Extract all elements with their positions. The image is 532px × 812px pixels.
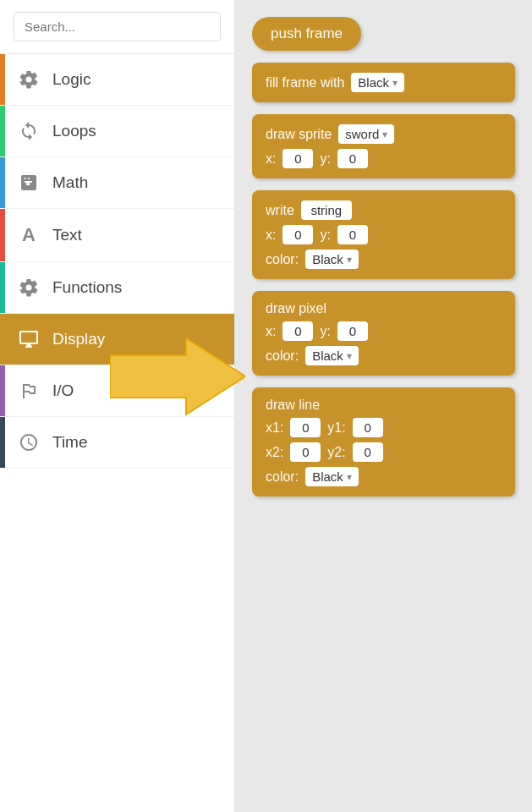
draw-pixel-y-input[interactable]: 0 (337, 321, 368, 341)
loops-icon (14, 121, 44, 141)
draw-sprite-y-label: y: (320, 151, 330, 167)
draw-sprite-label: draw sprite (266, 127, 332, 142)
sidebar-item-label-logic: Logic (52, 70, 90, 89)
draw-sprite-block: draw sprite sword x: 0 y: 0 (252, 114, 515, 178)
draw-sprite-dropdown[interactable]: sword (338, 124, 394, 144)
push-frame-block: push frame (252, 17, 515, 51)
main-content: push frame fill frame with Black draw sp… (235, 0, 532, 812)
search-container (0, 0, 234, 54)
sidebar-item-label-io: I/O (52, 381, 74, 400)
draw-line-label: draw line (266, 398, 320, 413)
write-x-label: x: (266, 228, 276, 243)
sidebar-item-label-text: Text (52, 226, 82, 244)
draw-pixel-y-label: y: (320, 324, 330, 339)
draw-line-color-dropdown[interactable]: Black (305, 467, 359, 486)
logic-icon (14, 69, 44, 90)
write-y-input[interactable]: 0 (337, 225, 368, 244)
draw-line-y1-label: y1: (327, 420, 345, 436)
text-icon: A (14, 224, 44, 246)
sidebar-item-io[interactable]: I/O (0, 365, 234, 417)
draw-line-x1-label: x1: (266, 420, 283, 436)
draw-pixel-x-input[interactable]: 0 (282, 321, 313, 341)
sidebar-item-display[interactable]: Display (0, 314, 234, 365)
fill-frame-block: fill frame with Black (252, 63, 515, 102)
write-block: write string x: 0 y: 0 color: Black (252, 190, 515, 279)
draw-pixel-color-dropdown[interactable]: Black (305, 346, 359, 365)
draw-line-y1-input[interactable]: 0 (353, 418, 383, 437)
math-icon (14, 173, 44, 193)
write-y-label: y: (320, 228, 330, 243)
sidebar-item-text[interactable]: A Text (0, 209, 234, 262)
sidebar-item-time[interactable]: Time (0, 417, 234, 469)
io-icon (14, 381, 44, 401)
search-input[interactable] (14, 12, 221, 41)
draw-line-block: draw line x1: 0 y1: 0 x2: 0 y2: 0 color:… (252, 387, 515, 497)
draw-pixel-label: draw pixel (266, 301, 326, 316)
draw-line-y2-label: y2: (327, 445, 345, 460)
write-color-label: color: (266, 252, 299, 267)
sidebar-item-label-functions: Functions (52, 278, 122, 297)
sidebar-item-label-time: Time (52, 433, 88, 452)
push-frame-label: push frame (252, 17, 361, 51)
draw-pixel-x-label: x: (266, 324, 276, 339)
draw-line-y2-input[interactable]: 0 (353, 442, 383, 462)
fill-frame-label: fill frame with (266, 75, 344, 91)
draw-sprite-x-label: x: (266, 151, 276, 167)
draw-sprite-y-input[interactable]: 0 (337, 149, 368, 168)
draw-pixel-color-label: color: (266, 348, 299, 364)
draw-line-color-label: color: (266, 469, 299, 485)
functions-icon (14, 277, 44, 298)
sidebar: Logic Loops Math A Text Functions (0, 0, 235, 812)
draw-sprite-x-input[interactable]: 0 (282, 149, 313, 168)
display-icon (14, 329, 44, 349)
draw-line-x1-input[interactable]: 0 (290, 418, 321, 437)
write-label: write (266, 203, 294, 218)
draw-pixel-block: draw pixel x: 0 y: 0 color: Black (252, 291, 515, 376)
draw-line-x2-label: x2: (266, 445, 283, 460)
fill-frame-color-dropdown[interactable]: Black (351, 73, 404, 92)
write-string-input[interactable]: string (301, 200, 352, 220)
sidebar-item-logic[interactable]: Logic (0, 54, 234, 106)
sidebar-item-label-loops: Loops (52, 122, 96, 140)
sidebar-item-loops[interactable]: Loops (0, 106, 234, 157)
draw-line-x2-input[interactable]: 0 (290, 442, 321, 462)
write-x-input[interactable]: 0 (282, 225, 313, 244)
sidebar-item-math[interactable]: Math (0, 157, 234, 209)
write-color-dropdown[interactable]: Black (305, 250, 359, 269)
sidebar-item-label-math: Math (52, 173, 88, 192)
sidebar-item-functions[interactable]: Functions (0, 262, 234, 314)
time-icon (14, 432, 44, 453)
sidebar-item-label-display: Display (52, 330, 105, 348)
